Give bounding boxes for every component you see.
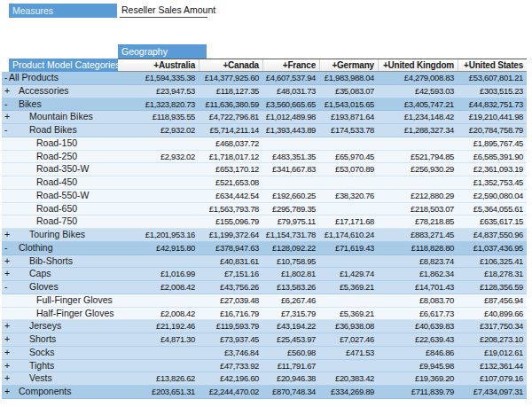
- expand-icon[interactable]: +: [4, 347, 10, 359]
- expand-icon[interactable]: +: [4, 333, 10, 346]
- row-label-text: Road-250: [36, 151, 77, 163]
- column-header-united-states[interactable]: +United States: [458, 59, 527, 71]
- row-label-vests[interactable]: +Vests: [2, 372, 118, 385]
- data-cell-clothing-united-states: £1,037,436.95: [458, 242, 527, 254]
- geography-dimension-header[interactable]: Geography: [118, 44, 207, 59]
- expand-icon[interactable]: +: [4, 255, 10, 268]
- data-cell-touring-bikes-united-kingdom: £883,271.45: [378, 229, 458, 241]
- row-label-touring-bikes[interactable]: +Touring Bikes: [2, 229, 118, 241]
- collapse-icon[interactable]: -: [4, 124, 8, 137]
- data-cell-road-750-australia: [118, 215, 199, 228]
- data-cell-road-150-canada: £468,037.72: [199, 137, 262, 150]
- data-cell-road-450-united-states: £1,352,753.45: [458, 176, 527, 189]
- data-cell-gloves-germany: £5,369.21: [319, 281, 378, 294]
- data-cell-touring-bikes-canada: £1,199,372.64: [199, 229, 262, 241]
- column-header-france[interactable]: +France: [262, 59, 319, 71]
- row-label-components[interactable]: +Components: [2, 386, 118, 398]
- table-row-clothing: -Clothing£42,915.80£378,947.63£128,092.2…: [2, 242, 527, 255]
- data-cell-road-750-france: £79,975.11: [262, 215, 319, 228]
- data-cell-components-australia: £203,651.31: [118, 386, 199, 398]
- row-label-text: Jerseys: [29, 320, 61, 333]
- expand-icon[interactable]: +: [4, 320, 10, 333]
- row-label-bib-shorts[interactable]: +Bib-Shorts: [2, 255, 118, 268]
- row-label-accessories[interactable]: +Accessories: [2, 85, 118, 98]
- data-cell-road-150-united-kingdom: [378, 137, 458, 150]
- data-cell-caps-united-states: £18,278.31: [458, 268, 527, 280]
- data-cell-road-650-canada: £1,563,793.78: [199, 203, 262, 215]
- row-label-shorts[interactable]: +Shorts: [2, 333, 118, 346]
- expand-icon[interactable]: +: [4, 111, 10, 123]
- table-row-bikes: -Bikes£1,323,820.73£11,636,380.59£3,560,…: [2, 98, 527, 112]
- data-cell-vests-germany: £20,383.42: [319, 372, 378, 385]
- collapse-icon[interactable]: -: [4, 72, 8, 84]
- data-cell-socks-germany: £471.53: [319, 347, 378, 359]
- expand-icon[interactable]: +: [4, 372, 10, 385]
- data-cell-caps-united-kingdom: £1,862.34: [378, 268, 458, 280]
- data-cell-accessories-united-kingdom: £42,593.03: [378, 85, 458, 98]
- row-label-mountain-bikes[interactable]: +Mountain Bikes: [2, 111, 118, 123]
- row-label-gloves[interactable]: -Gloves: [2, 281, 118, 294]
- collapse-icon[interactable]: -: [4, 281, 8, 294]
- data-cell-touring-bikes-united-states: £4,837,550.96: [458, 229, 527, 241]
- row-label-text: Road-750: [36, 215, 77, 228]
- expand-icon[interactable]: +: [4, 85, 10, 98]
- measures-dimension-header[interactable]: Measures: [9, 4, 117, 18]
- table-row-road-250: Road-250£2,932.02£1,718,017.12£483,351.3…: [2, 151, 527, 164]
- row-label-all-products[interactable]: -All Products: [2, 72, 118, 84]
- column-header-australia[interactable]: +Australia: [118, 59, 199, 71]
- expand-icon[interactable]: +: [4, 268, 10, 280]
- header-spacer: [2, 59, 9, 72]
- row-label-text: Components: [19, 386, 72, 398]
- column-header-united-kingdom[interactable]: +United Kingdom: [378, 59, 458, 71]
- row-label-road-650: Road-650: [2, 203, 118, 215]
- data-cell-jerseys-united-kingdom: £40,639.83: [378, 320, 458, 333]
- row-label-jerseys[interactable]: +Jerseys: [2, 320, 118, 333]
- row-label-bikes[interactable]: -Bikes: [2, 98, 118, 111]
- data-cell-road-350-w-united-kingdom: £256,930.29: [378, 163, 458, 176]
- data-cell-bikes-france: £3,560,665.65: [262, 98, 319, 111]
- collapse-icon[interactable]: -: [4, 98, 8, 111]
- data-cell-road-bikes-germany: £174,533.78: [319, 124, 378, 137]
- column-headers: +Australia+Canada+France+Germany+United …: [118, 59, 527, 72]
- table-row-road-350-w: Road-350-W£653,170.12£341,667.83£53,070.…: [2, 163, 527, 176]
- data-cell-clothing-canada: £378,947.63: [199, 242, 262, 254]
- data-cell-road-350-w-canada: £653,170.12: [199, 163, 262, 176]
- table-row-jerseys: +Jerseys£21,192.46£119,593.79£43,194.22£…: [2, 320, 527, 333]
- measure-selector[interactable]: Reseller Sales Amount: [120, 4, 207, 18]
- collapse-icon[interactable]: -: [4, 242, 8, 254]
- row-label-tights[interactable]: +Tights: [2, 360, 118, 372]
- row-label-caps[interactable]: +Caps: [2, 268, 118, 280]
- data-cell-road-250-canada: £1,718,017.12: [199, 151, 262, 163]
- row-label-road-bikes[interactable]: -Road Bikes: [2, 124, 118, 137]
- column-header-canada[interactable]: +Canada: [199, 59, 262, 71]
- expand-icon[interactable]: +: [4, 360, 10, 372]
- table-row-vests: +Vests£13,826.62£42,196.60£20,946.38£20,…: [2, 372, 527, 386]
- data-cell-half-finger-gloves-united-states: £40,899.66: [458, 308, 527, 320]
- data-cell-mountain-bikes-germany: £193,871.64: [319, 111, 378, 123]
- row-label-clothing[interactable]: -Clothing: [2, 242, 118, 254]
- data-cell-vests-united-states: £107,079.16: [458, 372, 527, 385]
- data-cell-road-750-united-states: £635,617.15: [458, 215, 527, 228]
- column-header-germany[interactable]: +Germany: [319, 59, 378, 71]
- row-label-road-750: Road-750: [2, 215, 118, 228]
- data-cell-road-750-united-kingdom: £78,218.85: [378, 215, 458, 228]
- data-cell-all-products-france: £4,607,537.94: [262, 72, 319, 84]
- data-cell-road-bikes-united-kingdom: £1,288,327.34: [378, 124, 458, 137]
- row-label-text: Mountain Bikes: [29, 111, 93, 123]
- table-row-components: +Components£203,651.31£2,244,470.02£870,…: [2, 386, 527, 399]
- data-cell-all-products-canada: £14,377,925.60: [199, 72, 262, 84]
- row-dimension-header[interactable]: Product Model Categories: [9, 59, 118, 72]
- data-cell-tights-united-kingdom: £9,945.98: [378, 360, 458, 372]
- data-cell-bikes-australia: £1,323,820.73: [118, 98, 199, 111]
- row-label-road-450: Road-450: [2, 176, 118, 189]
- data-cell-road-250-australia: £2,932.02: [118, 151, 199, 163]
- data-cell-full-finger-gloves-australia: [118, 294, 199, 307]
- table-row-road-bikes: -Road Bikes£2,932.02£5,714,211.14£1,393,…: [2, 124, 527, 137]
- data-cell-bikes-united-states: £44,832,751.73: [458, 98, 527, 111]
- expand-icon[interactable]: +: [4, 229, 10, 241]
- row-label-socks[interactable]: +Socks: [2, 347, 118, 359]
- data-cell-all-products-united-states: £53,607,801.21: [458, 72, 527, 84]
- data-cell-full-finger-gloves-france: £6,267.46: [262, 294, 319, 307]
- expand-icon[interactable]: +: [4, 386, 10, 398]
- table-row-caps: +Caps£1,016.99£7,151.16£1,802.81£1,429.7…: [2, 268, 527, 281]
